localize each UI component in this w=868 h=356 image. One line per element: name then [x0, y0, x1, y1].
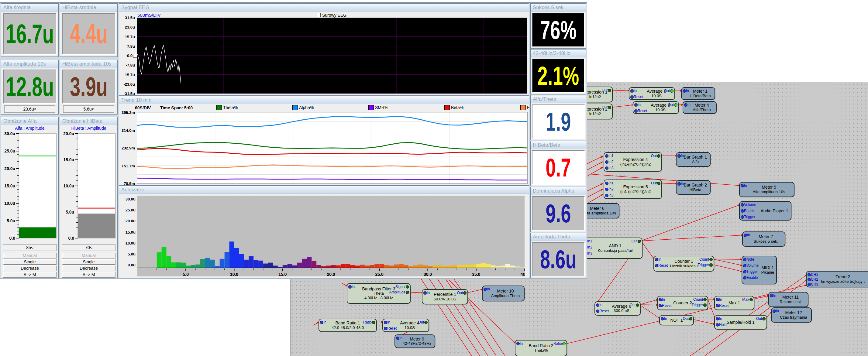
node-band-ratio-1[interactable]: Band Ratio 142.0-48.0/2.0-48.0InRatio	[318, 319, 377, 332]
input-port-in[interactable]	[516, 342, 520, 345]
input-port-enable[interactable]	[743, 276, 746, 280]
input-port-in3[interactable]	[605, 166, 609, 170]
node-sample-hold-1[interactable]: Sample/Hold 1InHoldOut	[714, 315, 767, 330]
node-meter-5[interactable]: Meter 5Alfa amplituda 10sIn	[739, 182, 795, 197]
input-port-in[interactable]	[770, 294, 773, 297]
input-port-in[interactable]	[741, 184, 744, 187]
input-port-in[interactable]	[677, 182, 681, 186]
surowy-eeg-checkbox[interactable]	[316, 13, 321, 17]
output-port-out[interactable]	[608, 106, 611, 109]
button-single[interactable]: Single	[3, 259, 57, 265]
input-port-in1[interactable]	[605, 154, 609, 158]
input-port-in[interactable]	[773, 310, 776, 313]
input-port-in[interactable]	[348, 285, 352, 289]
node-midi-1[interactable]: MIDI 1PikanieNoteVolumeTriggerEnable	[742, 256, 777, 284]
node-average-4[interactable]: Average 410.0SInResetOut	[382, 319, 429, 332]
input-port-in[interactable]	[384, 321, 387, 324]
input-port-in[interactable]	[744, 234, 747, 237]
node-expression-4[interactable]: Expression 4(in1-(in2*0.4))/in2In1In2In3…	[603, 152, 662, 172]
percent-threshold-button[interactable]: 85<	[3, 244, 57, 251]
input-port-in[interactable]	[396, 336, 399, 340]
input-port-in[interactable]	[683, 89, 686, 93]
input-port-hold[interactable]	[716, 323, 719, 327]
input-port-in[interactable]	[684, 103, 687, 107]
output-port-out[interactable]	[674, 103, 677, 107]
output-port-trigger[interactable]	[709, 263, 713, 267]
output-port-out[interactable]	[657, 182, 660, 185]
node-meter-10[interactable]: Meter 10Amplituda ThetaIn	[482, 286, 525, 301]
input-port-reset[interactable]	[630, 95, 634, 99]
node-bar-graph-1[interactable]: Bar Graph 1AlfaIn	[676, 152, 711, 167]
output-port-out[interactable]	[424, 321, 428, 324]
button-decrease[interactable]: Decrease	[3, 265, 57, 271]
threshold-line[interactable]	[78, 208, 115, 209]
node-bar-graph-2[interactable]: Bar Graph 2HiBetaIn	[676, 180, 711, 195]
input-port-reset[interactable]	[659, 304, 662, 308]
input-port-in[interactable]	[677, 154, 681, 158]
output-port-trigger[interactable]	[703, 303, 707, 307]
input-port-trigger[interactable]	[743, 270, 746, 273]
node-percentile-1[interactable]: Percentile 150.0% 10.0SInOut	[422, 289, 468, 304]
button-a-m[interactable]: A -> M	[62, 272, 116, 278]
input-port-in[interactable]	[596, 303, 599, 307]
output-port-ratio[interactable]	[562, 342, 566, 345]
output-port-amplitude[interactable]	[406, 291, 409, 294]
node-trend-2[interactable]: Trend 2Im wyższe żółte trójkąty tCH1CH2C…	[806, 271, 868, 287]
input-port-reset[interactable]	[384, 327, 387, 330]
node-expression-5[interactable]: Expression 5(in1-(in2*0.4))/in2In1In2In3…	[603, 180, 662, 199]
input-port-in[interactable]	[320, 321, 323, 324]
percent-threshold-button[interactable]: 70<	[62, 244, 116, 251]
output-port-ratio[interactable]	[372, 321, 375, 324]
input-port-in[interactable]	[716, 298, 719, 301]
node-average-3[interactable]: Average 310.0SInResetOut	[633, 101, 679, 114]
node-meter-11[interactable]: Meter 11Rekord sesjiIn	[768, 292, 808, 307]
input-port-reset[interactable]	[634, 109, 638, 113]
input-port-ch3[interactable]	[808, 283, 811, 286]
input-port-ch1[interactable]	[808, 273, 811, 277]
output-port-max[interactable]	[749, 298, 753, 301]
node-average-5[interactable]: Average 510.0SInResetOut	[629, 87, 675, 100]
threshold-line[interactable]	[19, 156, 56, 156]
output-port-out[interactable]	[689, 317, 692, 320]
input-port-in[interactable]	[655, 258, 658, 261]
output-port-out[interactable]	[636, 303, 639, 307]
node-and-1[interactable]: AND 1Koniunkcja pass/failIn1In2In3Out	[582, 237, 643, 259]
node-average-6[interactable]: Average 6300.0mSInResetOut	[594, 301, 641, 316]
node-meter-7[interactable]: Meter 7Sukces 5 sek.In	[742, 231, 785, 247]
output-port-out[interactable]	[670, 89, 674, 93]
input-port-in[interactable]	[661, 317, 664, 320]
button-decrease[interactable]: Decrease	[62, 265, 116, 271]
input-port-in2[interactable]	[605, 160, 609, 164]
node-not-1[interactable]: NOT 1InOut	[659, 315, 694, 325]
input-port-in2[interactable]	[605, 188, 609, 191]
input-port-volume[interactable]	[743, 264, 746, 267]
node-meter-9[interactable]: Meter 942-48Hz/2-48HzIn	[395, 334, 435, 348]
input-port-in[interactable]	[630, 89, 634, 93]
node-bandpass-filter-3[interactable]: Bandpass Filter 3Theta4.00Hz - 8.00HzInS…	[347, 283, 411, 304]
node-counter-2[interactable]: Counter 2InResetCountTrigger	[657, 296, 708, 310]
threshold-value-button[interactable]: 23.6u<	[4, 105, 55, 113]
node-band-ratio-2[interactable]: Band Ratio 2Theta%InRatio	[515, 340, 567, 356]
output-port-out[interactable]	[608, 89, 611, 92]
input-port-enable[interactable]	[741, 209, 744, 213]
input-port-note[interactable]	[743, 258, 746, 261]
input-port-reset[interactable]	[655, 264, 658, 267]
node-audio-player-1[interactable]: Audio Player 1VolumeEnableTrigger	[739, 201, 792, 221]
output-port-count[interactable]	[709, 258, 713, 261]
input-port-in[interactable]	[659, 298, 662, 301]
button-single[interactable]: Single	[62, 259, 116, 265]
input-port-in[interactable]	[716, 317, 719, 320]
output-port-signal[interactable]	[406, 285, 409, 289]
output-port-out[interactable]	[762, 317, 766, 320]
input-port-ch2[interactable]	[808, 278, 811, 281]
input-port-volume[interactable]	[741, 203, 744, 206]
input-port-reset[interactable]	[596, 310, 599, 313]
output-port-out[interactable]	[657, 154, 660, 158]
node-counter-1[interactable]: Counter 1Licznik sukcesuInResetCountTrig…	[653, 256, 714, 271]
output-port-count[interactable]	[703, 298, 707, 301]
input-port-trigger[interactable]	[741, 215, 744, 219]
input-port-reset[interactable]	[716, 304, 719, 308]
threshold-value-button[interactable]: 5.6u<	[63, 105, 114, 113]
input-port-in3[interactable]	[605, 194, 609, 197]
input-port-in[interactable]	[423, 291, 427, 295]
